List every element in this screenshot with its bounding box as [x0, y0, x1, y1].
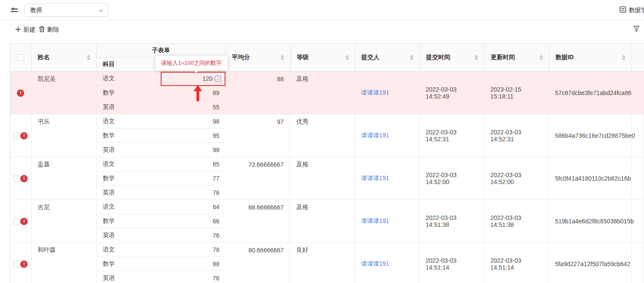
sort-icon[interactable] — [343, 55, 349, 60]
filler-cell — [631, 114, 644, 157]
data-management-link[interactable]: 数据管理 — [619, 6, 644, 14]
subject-value: 语文 — [97, 157, 161, 172]
edit-pencil-icon[interactable] — [215, 76, 221, 82]
subject-subcolumn: 语文 数学 英语 — [97, 200, 161, 242]
score-cell[interactable]: 120 — [161, 72, 225, 86]
submit-time-cell: 2022-03-03 14:51:38 — [419, 200, 484, 242]
filter-icon[interactable] — [633, 25, 640, 33]
data-id-cell: 586b4a736c16e7cd28875be0 — [549, 114, 631, 157]
submit-time-value: 2022-03-03 14:51:38 — [425, 214, 478, 228]
submit-time-cell: 2022-03-03 14:51:14 — [419, 243, 484, 283]
sort-icon[interactable] — [407, 55, 413, 60]
average-cell: 88 — [225, 72, 290, 114]
score-value: 98 — [213, 118, 220, 125]
average-value: 88 — [232, 72, 284, 86]
header-grade: 等级 — [291, 44, 355, 71]
grade-value: 良好 — [296, 243, 349, 257]
score-cell[interactable]: 76 — [161, 271, 225, 283]
sort-icon[interactable] — [537, 55, 543, 60]
header-update-time-label: 更新时间 — [491, 54, 515, 61]
score-cell[interactable]: 98 — [161, 114, 225, 129]
score-subcolumn: 120 89 55 — [161, 72, 225, 114]
score-value: 66 — [213, 218, 220, 225]
row-checkbox[interactable] — [13, 218, 20, 225]
score-cell[interactable]: 88 — [161, 257, 225, 271]
filler-cell — [631, 157, 644, 200]
submitter-link[interactable]: 谭谭谭191 — [361, 260, 389, 268]
select-all-checkbox[interactable] — [17, 54, 24, 61]
submitter-cell: 谭谭谭191 — [355, 157, 420, 200]
grade-cell: 及格 — [290, 200, 355, 242]
submitter-link[interactable]: 谭谭谭191 — [361, 132, 389, 140]
new-button[interactable]: 新建 — [15, 26, 35, 34]
header-update-time: 更新时间 — [485, 44, 549, 71]
score-value: 55 — [213, 104, 220, 111]
score-subcolumn: 64 66 76 — [161, 200, 225, 242]
score-value: 76 — [213, 232, 220, 239]
submit-time-value: 2022-03-03 14:52:49 — [425, 86, 478, 100]
name-cell: 盖聂 — [32, 157, 97, 200]
sort-icon[interactable] — [472, 55, 478, 60]
row-checkbox[interactable] — [13, 261, 20, 267]
score-cell[interactable]: 64 — [161, 200, 225, 214]
grade-value: 优秀 — [296, 114, 349, 129]
score-cell[interactable]: 76 — [161, 185, 225, 200]
submitter-link[interactable]: 谭谭谭191 — [361, 89, 389, 97]
trash-icon — [39, 26, 45, 34]
name-cell: 书乐 — [32, 114, 97, 157]
table-row: 凯尼吴 语文 数学 英语 120 89 — [10, 72, 644, 114]
header-submitter: 提交人 — [355, 44, 420, 71]
score-cell[interactable]: 66 — [161, 214, 225, 229]
row-checkbox[interactable] — [13, 132, 20, 139]
collapse-sidebar-icon[interactable] — [10, 7, 18, 13]
score-value: 98 — [213, 146, 220, 153]
error-exclamation-icon — [20, 261, 28, 268]
average-value: 80.66666667 — [232, 243, 284, 257]
update-time-cell: 2022-03-03 14:52:00 — [484, 157, 549, 200]
subject-value: 语文 — [97, 114, 161, 129]
data-management-page: 教师 数据管理 新建 — [0, 0, 644, 283]
sort-icon[interactable] — [619, 55, 625, 60]
submitter-link[interactable]: 谭谭谭191 — [361, 217, 389, 225]
score-cell[interactable]: 77 — [161, 172, 225, 186]
score-value: 78 — [213, 246, 220, 253]
score-cell[interactable]: 65 — [161, 157, 225, 172]
update-time-cell: 2022-03-03 14:51:14 — [484, 243, 549, 283]
score-cell[interactable]: 98 — [161, 143, 225, 157]
name-value: 和叶森 — [38, 243, 90, 257]
score-value: 65 — [213, 161, 220, 168]
score-cell[interactable]: 89 — [161, 86, 225, 100]
filler-cell — [631, 200, 644, 242]
subject-subcolumn: 语文 数学 英语 — [97, 243, 161, 283]
submit-time-value: 2022-03-03 14:52:31 — [425, 129, 478, 143]
form-select[interactable]: 教师 — [25, 3, 108, 17]
score-cell[interactable]: 95 — [161, 129, 225, 143]
score-value: 120 — [203, 75, 213, 82]
table-row: 和叶森 语文 数学 英语 78 88 — [10, 243, 644, 283]
new-button-label: 新建 — [23, 26, 35, 34]
header-submit-time-label: 提交时间 — [426, 54, 450, 61]
row-checkbox[interactable] — [13, 175, 20, 182]
subject-value: 语文 — [97, 243, 161, 257]
data-table: 姓名 子表单 科目 平均分 等级 提交人 — [10, 43, 644, 283]
row-select-cell — [10, 200, 32, 242]
average-value: 68.66666667 — [232, 200, 284, 214]
name-value: 书乐 — [38, 114, 90, 129]
delete-button[interactable]: 删除 — [39, 26, 59, 34]
score-cell[interactable]: 78 — [161, 243, 225, 257]
update-time-cell: 2022-03-03 14:51:38 — [484, 200, 549, 242]
average-cell: 68.66666667 — [225, 200, 290, 242]
score-cell[interactable]: 76 — [161, 228, 225, 242]
submitter-link[interactable]: 谭谭谭191 — [361, 175, 389, 182]
submit-time-cell: 2022-03-03 14:52:00 — [419, 157, 484, 200]
score-value: 77 — [213, 175, 220, 182]
plus-icon — [15, 26, 21, 34]
score-cell[interactable]: 55 — [161, 100, 225, 114]
table-header-row: 姓名 子表单 科目 平均分 等级 提交人 — [10, 44, 644, 72]
average-cell: 97 — [225, 114, 290, 157]
subject-value: 英语 — [97, 143, 161, 157]
sort-icon[interactable] — [278, 55, 284, 60]
data-id-cell: 519b1a4e6d2f8c85038b015b — [549, 200, 631, 242]
sort-icon[interactable] — [84, 55, 90, 60]
name-cell: 和叶森 — [32, 243, 97, 283]
